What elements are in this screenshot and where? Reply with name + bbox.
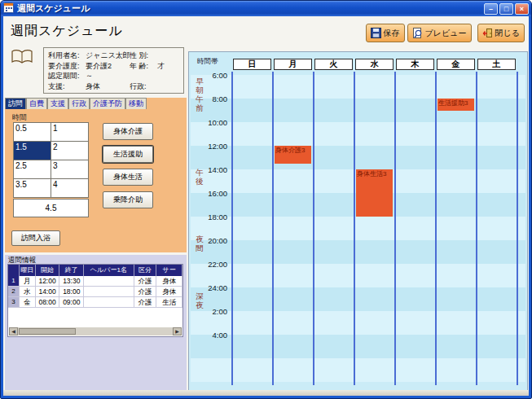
service-button-生活援助[interactable]: 生活援助 [103, 146, 153, 163]
table-cell-start: 08:00 [36, 297, 60, 308]
titlebar: 週間スケジュール – □ × [1, 1, 531, 16]
table-cell-service: 身体 [156, 287, 182, 297]
table-row[interactable]: 3金08:0009:00介護生活 [8, 297, 182, 308]
time-option-3[interactable]: 3 [51, 160, 88, 178]
service-button-身体介護[interactable]: 身体介護 [103, 123, 153, 140]
info-label: 認定期間: [48, 71, 86, 81]
tab-strip: 訪問自費支援行政介護予防移動 [5, 98, 187, 109]
user-info-panel: 利用者名:ジャニス太郎性 別:要介護度:要介護2年 齢:才認定期間:～支援:身体… [43, 47, 184, 94]
calendar-column-line [435, 72, 437, 385]
table-cell-start: 12:00 [36, 276, 60, 287]
user-info-row: 支援:身体行政: [48, 81, 179, 92]
table-cell-service: 生活 [156, 297, 182, 308]
column-header: サー [156, 265, 182, 276]
app-icon [3, 2, 14, 16]
scroll-thumb[interactable] [19, 328, 76, 335]
window-controls: – □ × [484, 3, 529, 15]
period-label-午前: 午前 [195, 94, 204, 112]
time-option-1.5[interactable]: 1.5 [14, 142, 51, 160]
save-icon [371, 28, 381, 38]
info-value: ジャニス太郎 [86, 50, 130, 61]
info-label [130, 71, 157, 81]
calendar-column-line [231, 72, 233, 385]
week-info-body: 1月12:0013:30介護身体2水14:0018:00介護身体3金08:000… [8, 276, 182, 308]
tab-支援[interactable]: 支援 [47, 98, 68, 109]
time-grid: 0.511.522.533.54 [13, 122, 89, 198]
visit-bath-button[interactable]: 訪問入浴 [11, 230, 60, 246]
calendar-column-line [476, 72, 477, 385]
save-button[interactable]: 保存 [366, 24, 405, 42]
maximize-button[interactable]: □ [499, 3, 513, 15]
time-option-0.5[interactable]: 0.5 [14, 123, 51, 141]
row-marker: 3 [8, 297, 20, 308]
table-cell-end: 18:00 [59, 287, 84, 297]
table-cell-end: 09:00 [59, 297, 84, 308]
info-label: 年 齢: [130, 61, 157, 72]
scroll-right-icon[interactable]: ▶ [173, 327, 182, 335]
table-cell-day: 金 [20, 297, 36, 308]
app-window: 週間スケジュール – □ × 週間スケジュール 保存 プレビュー 閉じる [0, 0, 532, 399]
time-option-4.5[interactable]: 4.5 [13, 199, 89, 217]
table-cell-helper [84, 297, 134, 308]
period-label-深夜: 深夜 [195, 292, 204, 309]
info-label: 要介護度: [48, 61, 86, 72]
tab-介護予防[interactable]: 介護予防 [90, 98, 125, 109]
week-info-hscrollbar[interactable]: ◀ ▶ [9, 327, 182, 335]
period-label-夜間: 夜間 [195, 235, 204, 252]
appointment-block[interactable]: 身体生活3 [356, 169, 393, 217]
tab-訪問[interactable]: 訪問 [5, 98, 26, 109]
table-row[interactable]: 1月12:0013:30介護身体 [8, 276, 182, 287]
preview-button[interactable]: プレビュー [407, 24, 472, 42]
time-tick: 16:00 [191, 189, 227, 198]
table-cell-category: 介護 [134, 297, 157, 308]
time-option-4[interactable]: 4 [51, 179, 88, 197]
period-label-早朝: 早朝 [195, 77, 204, 94]
table-cell-end: 13:30 [59, 276, 84, 287]
user-info-row: 要介護度:要介護2年 齢:才 [48, 61, 179, 72]
table-cell-day: 水 [20, 287, 36, 297]
column-header: 終了 [59, 265, 84, 276]
time-tick: 12:00 [191, 142, 227, 151]
tab-行政[interactable]: 行政 [68, 98, 90, 109]
user-info-row: 認定期間:～ [48, 71, 179, 81]
time-option-2.5[interactable]: 2.5 [14, 160, 51, 178]
preview-label: プレビュー [425, 28, 467, 39]
period-label-午後: 午後 [195, 168, 204, 186]
day-header-金: 金 [437, 59, 475, 70]
appointment-block[interactable]: 生活援助3 [437, 99, 474, 111]
table-cell-helper [84, 287, 134, 297]
info-value: 要介護2 [86, 61, 130, 72]
appointment-block[interactable]: 身体介護3 [275, 146, 311, 164]
close-button[interactable]: 閉じる [477, 24, 525, 42]
tab-自費[interactable]: 自費 [26, 98, 47, 109]
preview-icon [412, 28, 423, 38]
scroll-left-icon[interactable]: ◀ [9, 327, 18, 335]
service-button-乗降介助[interactable]: 乗降介助 [103, 191, 153, 208]
page-title: 週間スケジュール [11, 23, 123, 40]
tab-移動[interactable]: 移動 [125, 98, 147, 109]
time-option-3.5[interactable]: 3.5 [14, 179, 51, 197]
week-info-grid: 曜日開始終了ヘルパー1名区分サー 1月12:0013:30介護身体2水14:00… [7, 264, 183, 337]
day-header-木: 木 [396, 59, 434, 70]
close-window-button[interactable]: × [515, 3, 529, 15]
info-label: 行政: [130, 81, 157, 92]
week-info-header: 曜日開始終了ヘルパー1名区分サー [8, 265, 182, 276]
info-value: 才 [157, 61, 179, 72]
table-row[interactable]: 2水14:0018:00介護身体 [8, 287, 182, 297]
calendar-column-line [517, 72, 518, 385]
toolbar: 保存 プレビュー 閉じる [366, 24, 525, 42]
calendar: 時間帯 日月火水木金土6:008:0010:0012:0014:0016:001… [188, 51, 528, 391]
time-tick: 4:00 [191, 331, 227, 340]
table-cell-helper [84, 276, 134, 287]
day-header-月: 月 [274, 59, 312, 70]
info-value: ～ [86, 71, 130, 81]
timeband-label: 時間帯 [197, 57, 218, 67]
info-label: 支援: [48, 81, 86, 92]
column-header [8, 265, 20, 276]
minimize-button[interactable]: – [484, 3, 498, 15]
time-option-2[interactable]: 2 [51, 142, 88, 160]
calendar-column-line [313, 72, 314, 385]
time-option-1[interactable]: 1 [51, 123, 88, 141]
service-button-身体生活[interactable]: 身体生活 [103, 169, 153, 186]
table-cell-category: 介護 [134, 276, 157, 287]
